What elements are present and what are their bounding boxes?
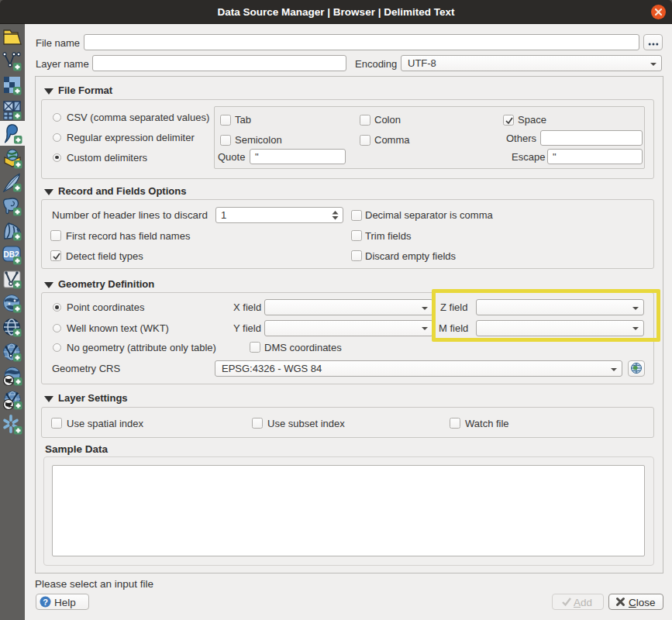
- svg-text:?: ?: [43, 598, 48, 607]
